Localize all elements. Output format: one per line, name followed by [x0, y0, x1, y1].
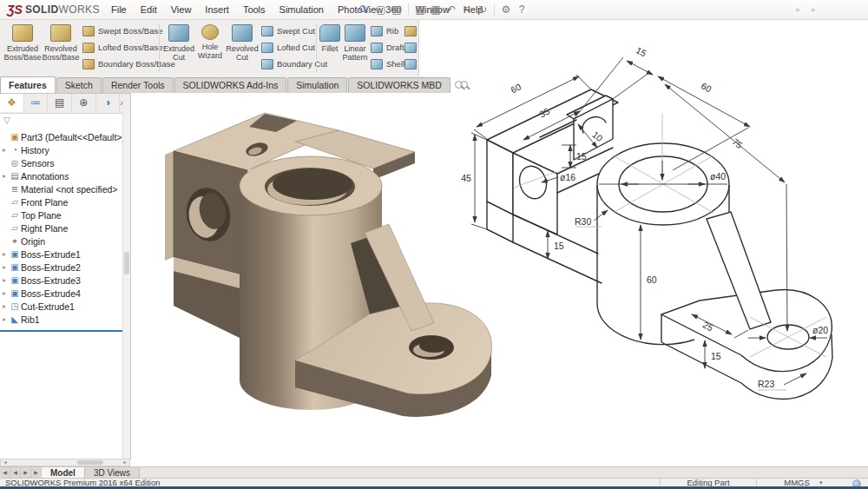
manager-tab-bar: ❖ ≔ ▤ ⊕ ◑ ›	[0, 94, 130, 114]
swept-cut-button[interactable]: Swept Cut	[261, 23, 327, 39]
wrap-button[interactable]: W	[404, 23, 419, 39]
rib-button[interactable]: Rib	[371, 23, 404, 39]
tab-sketch[interactable]: Sketch	[56, 77, 102, 93]
configurationmanager-tab[interactable]: ▤	[48, 94, 72, 112]
expand-arrow-icon[interactable]: ▸	[0, 146, 9, 154]
solidworks-logo: ƷS SOLID WORKS	[7, 2, 100, 17]
tree-item-cut-extrude1[interactable]: ▸ ◳ Cut-Extrude1	[0, 300, 123, 313]
boundary-cut-button[interactable]: Boundary Cut	[261, 56, 327, 72]
tab-solidworks-add-ins[interactable]: SOLIDWORKS Add-Ins	[174, 77, 287, 93]
lofted-boss-base-button[interactable]: Lofted Boss/Base	[82, 39, 175, 56]
extruded-boss-base-button[interactable]: ExtrudedBoss/Base	[3, 23, 42, 62]
tree-item-history[interactable]: ▸ ◔ History	[0, 143, 123, 156]
hole-wizard-button[interactable]: HoleWizard	[196, 23, 224, 60]
dim-15-base: 15	[711, 351, 721, 361]
tree-item-sensors[interactable]: ◎ Sensors	[0, 156, 123, 169]
new-document-icon[interactable]: ▢	[373, 0, 389, 19]
save-icon[interactable]: ▥	[412, 0, 428, 19]
tab-features[interactable]: Features	[0, 76, 56, 93]
expand-arrow-icon[interactable]: ▸	[0, 276, 9, 284]
revolved-boss-icon	[50, 24, 71, 42]
annotations-icon: ▤	[9, 171, 21, 181]
swept-cut-icon	[261, 26, 273, 36]
fillet-button[interactable]: Fillet	[319, 23, 341, 53]
panel-vertical-scrollbar[interactable]	[122, 113, 130, 459]
tree-item-boss-extrude1[interactable]: ▸ ▣ Boss-Extrude1	[0, 248, 123, 261]
expand-arrow-icon[interactable]: ▸	[0, 172, 9, 180]
select-icon[interactable]: ↖	[459, 0, 475, 19]
draft-button[interactable]: Draft	[371, 39, 404, 56]
expand-arrow-icon[interactable]: ▸	[0, 289, 9, 297]
rollback-bar[interactable]	[0, 330, 123, 332]
tree-item-top-plane[interactable]: ▱ Top Plane	[0, 208, 123, 221]
revolved-boss-base-button[interactable]: RevolvedBoss/Base	[42, 23, 80, 62]
fillet-icon	[319, 24, 340, 42]
tree-item-front-plane[interactable]: ▱ Front Plane	[0, 195, 123, 208]
dim-60-height: 60	[647, 274, 657, 285]
menu-bar: ƷS SOLID WORKS File Edit View Insert Too…	[0, 0, 868, 20]
pin-menu-icon[interactable]	[359, 5, 367, 13]
tree-item-rib1[interactable]: ▸ ◣ Rib1	[0, 313, 123, 326]
expand-arrow-icon[interactable]: ▸	[0, 250, 9, 258]
extruded-cut-button[interactable]: ExtrudedCut	[162, 23, 195, 62]
expand-arrow-icon[interactable]: ▸	[0, 302, 9, 310]
tree-item-origin[interactable]: ⌖ Origin	[0, 235, 123, 248]
tree-item-material[interactable]: ≣ Material <not specified>	[0, 182, 123, 195]
tree-item-boss-extrude3[interactable]: ▸ ▣ Boss-Extrude3	[0, 274, 123, 287]
undo-icon[interactable]: ↶	[444, 0, 459, 19]
shell-button[interactable]: Shell	[371, 56, 404, 72]
shell-icon	[371, 59, 383, 69]
revolved-cut-icon	[232, 24, 253, 42]
extruded-boss-icon	[12, 24, 33, 42]
menu-edit[interactable]: Edit	[134, 0, 164, 19]
help-icon[interactable]: ?	[514, 0, 529, 19]
menu-view[interactable]: View	[164, 0, 199, 19]
displaymanager-tab[interactable]: ◑	[96, 94, 121, 112]
tab-solidworks-mbd[interactable]: SOLIDWORKS MBD	[348, 77, 450, 93]
scroll-left-icon[interactable]: ◂	[1, 459, 10, 466]
window-minimize-icon[interactable]: ▫	[790, 0, 806, 19]
plane-icon: ▱	[9, 210, 21, 220]
tree-item-boss-extrude2[interactable]: ▸ ▣ Boss-Extrude2	[0, 261, 123, 274]
tab-render-tools[interactable]: Render Tools	[102, 77, 174, 93]
dimxpertmanager-tab[interactable]: ⊕	[72, 94, 96, 112]
window-restore-icon[interactable]: ▫	[806, 0, 821, 19]
feature-tree: ▣ Part3 (Default<<Default>_Displa ▸ ◔ Hi…	[0, 130, 123, 326]
panel-flyout-chevron-icon[interactable]: ›	[120, 94, 130, 113]
rib-feature-icon: ◣	[9, 314, 21, 324]
material-icon: ≣	[9, 184, 21, 194]
tree-filter-icon[interactable]: ▽	[3, 116, 10, 125]
open-icon[interactable]: ▤	[389, 0, 404, 19]
dimensioned-drawing: 45 60 35 15 60 75 10 15 ø16 R30 ø40 60 1…	[461, 44, 832, 399]
expand-arrow-icon[interactable]: ▸	[0, 263, 9, 271]
boundary-boss-base-button[interactable]: Boundary Boss/Base	[82, 56, 175, 72]
print-icon[interactable]: ▦	[428, 0, 444, 19]
tree-root-part3[interactable]: ▣ Part3 (Default<<Default>_Displa	[0, 130, 123, 143]
swept-boss-base-button[interactable]: Swept Boss/Base	[82, 23, 175, 39]
propertymanager-tab[interactable]: ≔	[24, 94, 49, 112]
options-icon[interactable]: ⚙	[498, 0, 514, 19]
dim-dia20: ø20	[812, 325, 828, 335]
tab-simulation[interactable]: Simulation	[287, 77, 347, 93]
tree-item-boss-extrude4[interactable]: ▸ ▣ Boss-Extrude4	[0, 287, 123, 300]
lofted-cut-button[interactable]: Lofted Cut	[261, 39, 327, 56]
mirror-button[interactable]: Mi	[404, 56, 419, 72]
dim-60-top-right: 60	[700, 80, 713, 94]
intersect-button[interactable]: Int	[404, 39, 419, 56]
featuremanager-tab[interactable]: ❖	[0, 94, 24, 112]
menu-insert[interactable]: Insert	[198, 0, 236, 19]
scroll-right-icon[interactable]: ▸	[121, 459, 129, 466]
part-3d-model[interactable]	[165, 113, 492, 417]
menu-simulation[interactable]: Simulation	[273, 0, 331, 19]
menu-file[interactable]: File	[104, 0, 134, 19]
logo-text-bold: SOLID	[25, 3, 59, 16]
panel-horizontal-scrollbar[interactable]: ◂ ▸	[0, 459, 130, 466]
linear-pattern-button[interactable]: LinearPattern	[342, 23, 368, 62]
scrollbar-thumb[interactable]	[77, 460, 103, 465]
revolved-cut-button[interactable]: RevolvedCut	[225, 23, 260, 62]
tree-item-annotations[interactable]: ▸ ▤ Annotations	[0, 169, 123, 182]
tree-item-right-plane[interactable]: ▱ Right Plane	[0, 221, 123, 235]
rebuild-icon[interactable]: ↻	[475, 0, 490, 19]
expand-arrow-icon[interactable]: ▸	[0, 315, 9, 323]
menu-tools[interactable]: Tools	[236, 0, 273, 19]
